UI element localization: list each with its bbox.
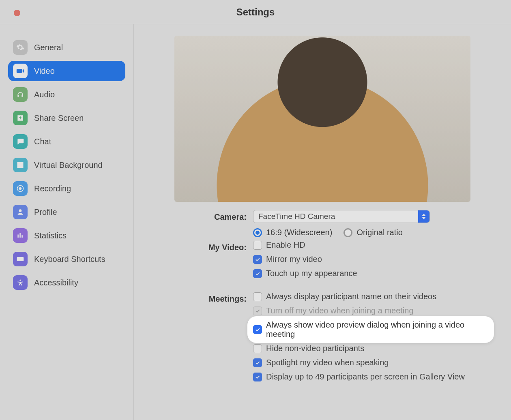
sidebar-item-stats[interactable]: Statistics — [8, 225, 125, 246]
video-icon — [13, 64, 28, 78]
sidebar: GeneralVideoAudioShare ScreenChatVirtual… — [0, 24, 134, 420]
sidebar-item-label: Profile — [34, 208, 57, 217]
checkbox-label: Enable HD — [266, 240, 305, 250]
checkbox-box — [253, 306, 262, 315]
sidebar-item-a11y[interactable]: Accessibility — [8, 272, 125, 293]
close-window-dot[interactable] — [14, 10, 20, 16]
checkbox-label: Spotlight my video when speaking — [266, 358, 389, 367]
checkbox-label: Display up to 49 participants per screen… — [266, 372, 465, 381]
record-icon — [13, 181, 28, 196]
checkbox-gallery-49[interactable]: Display up to 49 participants per screen… — [253, 372, 465, 381]
radio-widescreen-label: 16:9 (Widescreen) — [266, 228, 332, 237]
sidebar-item-label: Statistics — [34, 231, 67, 240]
checkbox-show-names[interactable]: Always display participant name on their… — [253, 292, 436, 301]
checkbox-label: Always display participant name on their… — [266, 292, 436, 301]
a11y-icon — [13, 275, 28, 290]
checkbox-box — [253, 358, 262, 367]
radio-indicator — [253, 228, 262, 237]
checkbox-label: Always show video preview dialog when jo… — [266, 320, 488, 339]
sidebar-item-label: General — [34, 43, 63, 52]
checkbox-box — [253, 292, 262, 301]
camera-select[interactable]: FaceTime HD Camera — [253, 210, 430, 223]
titlebar: Settings — [0, 0, 511, 24]
sidebar-item-label: Share Screen — [34, 114, 84, 123]
sidebar-item-shortcuts[interactable]: Keyboard Shortcuts — [8, 249, 125, 269]
checkbox-label: Hide non-video participants — [266, 344, 364, 353]
checkbox-box — [253, 241, 262, 250]
checkbox-label: Touch up my appearance — [266, 269, 357, 278]
upload-box-icon — [13, 111, 28, 125]
checkbox-turn-off-join: Turn off my video when joining a meeting — [253, 306, 414, 315]
radio-original-ratio-label: Original ratio — [356, 228, 402, 237]
sidebar-item-label: Keyboard Shortcuts — [34, 255, 105, 264]
radio-widescreen[interactable]: 16:9 (Widescreen) — [253, 228, 332, 237]
sidebar-item-general[interactable]: General — [8, 37, 125, 58]
keyboard-icon — [13, 252, 28, 266]
label-camera: Camera: — [170, 210, 247, 237]
camera-preview — [174, 36, 470, 202]
headphones-icon — [13, 87, 28, 102]
checkbox-box — [253, 325, 262, 334]
sidebar-item-label: Recording — [34, 184, 71, 193]
sidebar-item-audio[interactable]: Audio — [8, 84, 125, 105]
sidebar-item-chat[interactable]: Chat — [8, 131, 125, 152]
checkbox-touch-up[interactable]: Touch up my appearance — [253, 269, 357, 278]
label-my-video: My Video: — [170, 240, 247, 278]
sidebar-item-label: Virtual Background — [34, 161, 103, 170]
chat-icon — [13, 134, 28, 149]
sidebar-item-label: Video — [34, 66, 55, 76]
settings-content: Camera: FaceTime HD Camera 16:9 (Widescr… — [134, 24, 511, 420]
checkbox-preview-dialog[interactable]: Always show video preview dialog when jo… — [253, 320, 488, 339]
checkbox-box — [253, 255, 262, 264]
sidebar-item-recording[interactable]: Recording — [8, 178, 125, 199]
sidebar-item-label: Chat — [34, 137, 51, 146]
checkbox-label: Turn off my video when joining a meeting — [266, 306, 414, 315]
checkbox-enable-hd[interactable]: Enable HD — [253, 240, 305, 250]
radio-indicator — [344, 228, 352, 237]
sidebar-item-video[interactable]: Video — [8, 61, 125, 81]
checkbox-spotlight[interactable]: Spotlight my video when speaking — [253, 358, 389, 367]
window-title: Settings — [236, 6, 275, 18]
sidebar-item-share[interactable]: Share Screen — [8, 108, 125, 128]
checkbox-mirror[interactable]: Mirror my video — [253, 255, 322, 264]
checkbox-box — [253, 344, 262, 353]
select-stepper-icon — [418, 210, 429, 223]
radio-original-ratio[interactable]: Original ratio — [344, 228, 402, 237]
person-icon — [13, 205, 28, 219]
gear-icon — [13, 40, 28, 55]
bars-icon — [13, 228, 28, 243]
checkbox-box — [253, 373, 262, 381]
checkbox-box — [253, 269, 262, 278]
sidebar-item-vbg[interactable]: Virtual Background — [8, 155, 125, 175]
label-meetings: Meetings: — [170, 292, 247, 381]
camera-select-value: FaceTime HD Camera — [258, 212, 335, 221]
checkbox-hide-nonvideo[interactable]: Hide non-video participants — [253, 344, 364, 353]
sidebar-item-label: Audio — [34, 90, 55, 99]
sidebar-item-label: Accessibility — [34, 278, 78, 287]
sidebar-item-profile[interactable]: Profile — [8, 202, 125, 222]
checkbox-label: Mirror my video — [266, 255, 322, 264]
person-box-icon — [13, 158, 28, 172]
